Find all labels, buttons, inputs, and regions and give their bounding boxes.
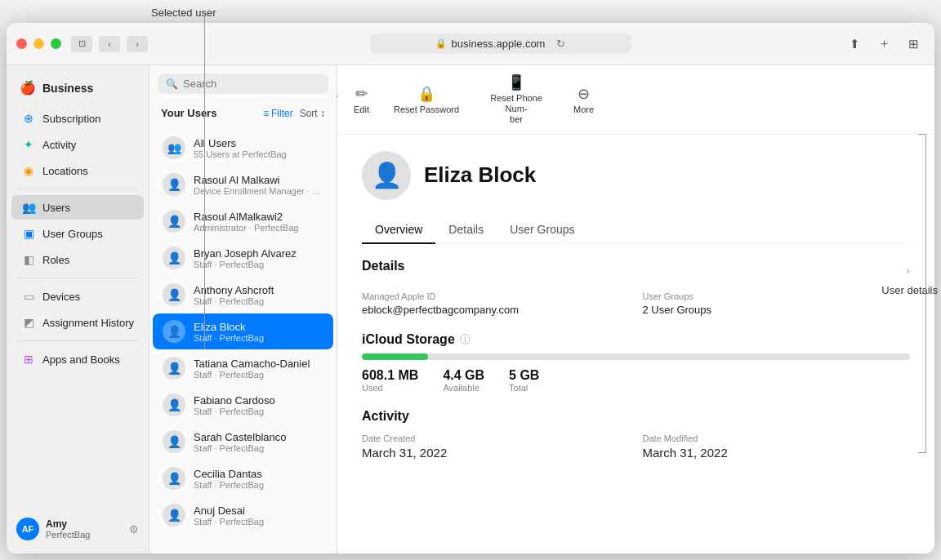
- reset-password-label: Reset Password: [394, 104, 459, 114]
- tab-details[interactable]: Details: [435, 216, 497, 244]
- reset-phone-label: Reset Phone Num-ber: [484, 93, 549, 126]
- minimize-button[interactable]: [33, 38, 44, 49]
- storage-title: iCloud Storage: [362, 332, 455, 347]
- filter-button[interactable]: ≡ Filter: [263, 108, 293, 119]
- address-bar: 🔒 business.apple.com ↻: [158, 33, 843, 54]
- reset-password-icon: 🔒: [417, 85, 435, 103]
- tab-user-groups[interactable]: User Groups: [497, 216, 587, 244]
- user-item-fabiano-cardoso[interactable]: 👤 Fabiano Cardoso Staff · PerfectBag: [153, 387, 333, 423]
- user-sub: Administrator · PerfectBag: [194, 223, 323, 233]
- maximize-button[interactable]: [51, 38, 61, 49]
- footer-name: Amy: [46, 518, 123, 530]
- user-profile-header: 👤 Eliza Block: [362, 151, 910, 200]
- storage-title-row: iCloud Storage ⓘ: [362, 332, 910, 347]
- activity-icon: ✦: [21, 138, 36, 151]
- lock-icon: 🔒: [435, 38, 447, 49]
- storage-used: 608.1 MB Used: [362, 368, 418, 393]
- more-button[interactable]: ⊖ More: [573, 85, 594, 114]
- profile-name: Eliza Block: [424, 162, 536, 188]
- sidebar-item-users[interactable]: 👥 Users: [11, 195, 144, 220]
- selected-user-annotation: Selected user: [151, 7, 216, 19]
- user-name: Tatiana Camacho-Daniel: [194, 358, 323, 370]
- gear-icon[interactable]: ⚙: [129, 523, 139, 536]
- footer-org: PerfectBag: [46, 530, 123, 540]
- user-info: Rasoul AlMalkawi2 Administrator · Perfec…: [194, 211, 323, 233]
- sidebar-divider-1: [16, 189, 139, 189]
- reset-password-button[interactable]: 🔒 Reset Password: [394, 85, 459, 114]
- sidebar-item-label: Apps and Books: [42, 353, 120, 366]
- sidebar-item-label: Users: [42, 202, 70, 214]
- search-input[interactable]: [183, 78, 320, 90]
- tab-overview[interactable]: Overview: [362, 216, 435, 244]
- list-controls: Your Users ≡ Filter Sort ↕: [158, 107, 328, 124]
- user-avatar: 👥: [163, 136, 185, 159]
- reset-phone-button[interactable]: 📱 Reset Phone Num-ber: [484, 73, 549, 126]
- footer-info: Amy PerfectBag: [46, 518, 123, 540]
- user-sub: Staff · PerfectBag: [194, 480, 323, 490]
- roles-icon: ◧: [21, 253, 36, 266]
- user-item-anthony-ashcroft[interactable]: 👤 Anthony Ashcroft Staff · PerfectBag: [153, 277, 333, 313]
- user-list-panel: 🔍 ⊕ Add Your Users: [149, 65, 337, 553]
- sidebar-item-activity[interactable]: ✦ Activity: [11, 132, 144, 157]
- tabs-button[interactable]: ⊞: [902, 33, 925, 56]
- user-avatar: 👤: [163, 357, 185, 380]
- user-sub: Staff · PerfectBag: [194, 517, 323, 527]
- user-item-rasoul-almalkawi2[interactable]: 👤 Rasoul AlMalkawi2 Administrator · Perf…: [153, 203, 333, 239]
- user-item-all[interactable]: 👥 All Users 55 Users at PerfectBag: [153, 130, 333, 166]
- sort-button[interactable]: Sort ↕: [300, 108, 325, 119]
- user-item-rasoul-malkawi[interactable]: 👤 Rasoul Al Malkawi Device Enrollment Ma…: [153, 167, 333, 202]
- apple-icon: 🍎: [20, 80, 36, 96]
- storage-available-label: Available: [443, 383, 484, 393]
- list-actions: ≡ Filter Sort ↕: [263, 108, 325, 119]
- sidebar-item-subscription[interactable]: ⊕ Subscription: [11, 106, 144, 131]
- details-section-title: Details: [362, 259, 404, 273]
- user-avatar: 👤: [163, 504, 185, 527]
- user-sub: Device Enrollment Manager · PerfectBag: [194, 186, 323, 196]
- address-pill[interactable]: 🔒 business.apple.com ↻: [370, 33, 631, 54]
- sidebar-item-apps-and-books[interactable]: ⊞ Apps and Books: [11, 347, 144, 371]
- apps-icon: ⊞: [21, 353, 36, 366]
- user-sub: Staff · PerfectBag: [194, 370, 323, 380]
- edit-button[interactable]: ✏ Edit: [354, 85, 369, 114]
- user-avatar: 👤: [163, 210, 185, 233]
- date-modified-field: Date Modified March 31, 2022: [643, 433, 911, 460]
- details-chevron-icon[interactable]: ›: [906, 264, 910, 277]
- sidebar-footer[interactable]: AF Amy PerfectBag ⚙: [7, 511, 149, 547]
- sidebar-item-user-groups[interactable]: ▣ User Groups: [11, 221, 144, 246]
- search-bar[interactable]: 🔍: [158, 73, 328, 94]
- user-name: Rasoul Al Malkawi: [194, 174, 323, 186]
- user-info: All Users 55 Users at PerfectBag: [194, 137, 323, 159]
- detail-content: 👤 Eliza Block Overview Details User Grou…: [337, 135, 934, 553]
- assignment-history-icon: ◩: [21, 316, 36, 329]
- info-icon[interactable]: ⓘ: [460, 332, 470, 347]
- user-item-sarah-castelblanco[interactable]: 👤 Sarah Castelblanco Staff · PerfectBag: [153, 424, 333, 460]
- user-item-tatiana-camacho[interactable]: 👤 Tatiana Camacho-Daniel Staff · Perfect…: [153, 350, 333, 386]
- edit-icon: ✏: [355, 85, 368, 103]
- titlebar-actions: ⬆ ＋ ⊞: [843, 33, 925, 56]
- user-item-cecilia-dantas[interactable]: 👤 Cecilia Dantas Staff · PerfectBag: [153, 460, 333, 496]
- user-avatar: 👤: [163, 247, 185, 269]
- sidebar-item-locations[interactable]: ◉ Locations: [11, 158, 144, 183]
- user-name: Eliza Block: [194, 321, 323, 333]
- user-name: Fabiano Cardoso: [194, 394, 323, 407]
- locations-icon: ◉: [21, 164, 36, 177]
- forward-button[interactable]: ›: [127, 36, 148, 52]
- users-icon: 👥: [21, 201, 36, 214]
- sidebar-item-assignment-history[interactable]: ◩ Assignment History: [11, 310, 144, 335]
- reload-icon[interactable]: ↻: [556, 38, 565, 50]
- activity-grid: Date Created March 31, 2022 Date Modifie…: [362, 433, 910, 460]
- managed-apple-id-value: eblock@perfectbagcompany.com: [362, 304, 630, 316]
- user-item-bryan-alvarez[interactable]: 👤 Bryan Joseph Alvarez Staff · PerfectBa…: [153, 240, 333, 276]
- share-button[interactable]: ⬆: [843, 33, 866, 56]
- user-item-eliza-block[interactable]: 👤 Eliza Block Staff · PerfectBag: [153, 313, 333, 349]
- new-tab-button[interactable]: ＋: [872, 33, 895, 56]
- search-icon: 🔍: [166, 78, 178, 90]
- back-button[interactable]: ‹: [99, 36, 120, 52]
- reset-phone-icon: 📱: [507, 73, 525, 91]
- sidebar-item-roles[interactable]: ◧ Roles: [11, 247, 144, 272]
- close-button[interactable]: [16, 38, 27, 49]
- user-item-anuj-desai[interactable]: 👤 Anuj Desai Staff · PerfectBag: [153, 497, 333, 533]
- sidebar-toggle-button[interactable]: ⊡: [71, 36, 92, 52]
- brand: 🍎 Business: [7, 72, 149, 105]
- sidebar-item-devices[interactable]: ▭ Devices: [11, 284, 144, 309]
